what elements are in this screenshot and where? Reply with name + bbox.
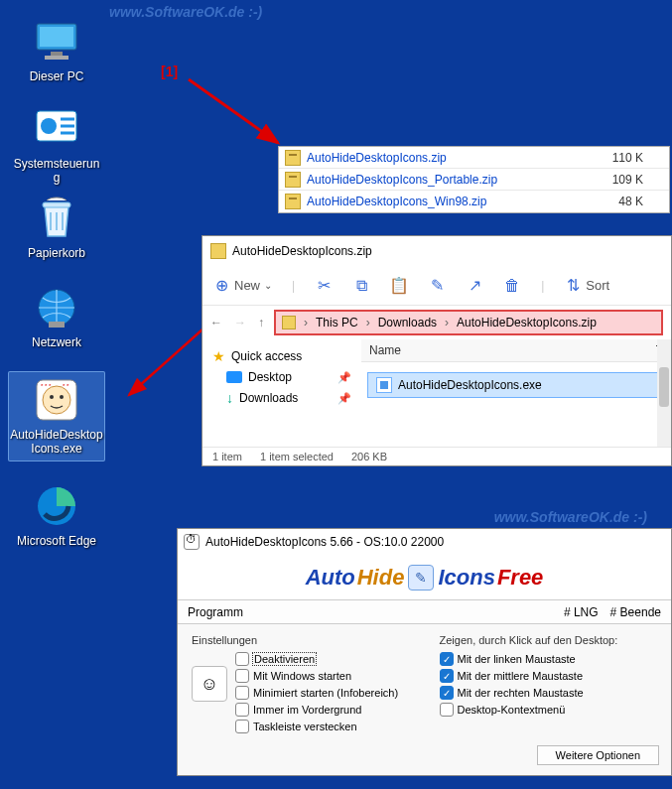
network-icon — [33, 284, 80, 331]
app-titlebar[interactable]: AutoHideDesktopIcons 5.66 - OS:10.0 2200… — [178, 529, 671, 555]
app-banner: AutoHide ✎ IconsFree — [178, 555, 671, 600]
icon-label: Microsoft Edge — [12, 534, 101, 548]
breadcrumb-segment[interactable]: This PC — [316, 316, 358, 329]
svg-rect-3 — [45, 56, 68, 60]
explorer-toolbar: ⊕New ⌄ | ✂ ⧉ 📋 ✎ ↗ 🗑 | ⇅Sort — [202, 266, 671, 306]
desktop-icon-this-pc[interactable]: Dieser PC — [12, 18, 101, 83]
desktop-icon-control-panel[interactable]: Systemsteuerung — [12, 105, 101, 186]
checkbox-icon — [440, 703, 454, 717]
app-menubar: Programm # LNG # Beende — [178, 600, 671, 624]
checkbox-icon — [440, 669, 454, 683]
sidebar-downloads[interactable]: ↓Downloads📌 — [212, 387, 351, 409]
scrollbar[interactable] — [657, 339, 671, 447]
checkbox-linke-maustaste[interactable]: Mit der linken Maustaste — [440, 652, 658, 666]
download-filename[interactable]: AutoHideDesktopIcons.zip — [307, 151, 612, 165]
icon-label: Systemsteuerung — [12, 157, 101, 186]
breadcrumb-segment[interactable]: AutoHideDesktopIcons.zip — [457, 316, 597, 329]
window-title: AutoHideDesktopIcons.zip — [232, 244, 372, 258]
pin-icon[interactable]: 📌 — [322, 371, 351, 384]
cut-icon[interactable]: ✂ — [315, 277, 333, 295]
checkbox-icon — [440, 652, 454, 666]
up-button[interactable]: ↑ — [258, 316, 264, 329]
desktop-icon-autohide-exe[interactable]: * * ** * AutoHideDesktopIcons.exe — [8, 371, 105, 461]
download-filename[interactable]: AutoHideDesktopIcons_Win98.zip — [307, 195, 618, 208]
download-row[interactable]: AutoHideDesktopIcons.zip 110 K — [279, 147, 669, 169]
checkbox-mit-windows-starten[interactable]: Mit Windows starten — [235, 669, 398, 683]
zip-icon — [285, 150, 301, 166]
edge-icon — [33, 482, 80, 530]
breadcrumb-segment[interactable]: Downloads — [378, 316, 437, 329]
svg-point-10 — [43, 386, 70, 414]
svg-point-12 — [60, 395, 64, 399]
checkbox-kontextmenu[interactable]: Desktop-Kontextmenü — [440, 703, 658, 717]
forward-button[interactable]: → — [234, 316, 246, 329]
download-row[interactable]: AutoHideDesktopIcons_Portable.zip 109 K — [279, 169, 669, 191]
checkbox-rechte-maustaste[interactable]: Mit der rechten Maustaste — [440, 686, 658, 700]
desktop-icon-network[interactable]: Netzwerk — [12, 284, 101, 349]
sort-button[interactable]: ⇅Sort — [564, 277, 609, 295]
icon-label: Netzwerk — [12, 335, 101, 349]
checkbox-minimiert-starten[interactable]: Minimiert starten (Infobereich) — [235, 686, 398, 700]
explorer-titlebar[interactable]: AutoHideDesktopIcons.zip — [202, 236, 671, 266]
svg-text:* *: * * — [63, 383, 69, 389]
pin-icon[interactable]: 📌 — [322, 392, 351, 405]
download-list: AutoHideDesktopIcons.zip 110 K AutoHideD… — [278, 146, 670, 213]
banner-text: Icons — [438, 565, 494, 591]
app-icon — [184, 534, 200, 550]
settings-group: Einstellungen ☺ Deaktivieren Mit Windows… — [192, 634, 410, 733]
status-bar: 1 item 1 item selected 206 KB — [202, 447, 671, 465]
download-row[interactable]: AutoHideDesktopIcons_Win98.zip 48 K — [279, 191, 669, 212]
checkbox-deaktivieren[interactable]: Deaktivieren — [235, 652, 398, 666]
autohide-app-window: AutoHideDesktopIcons 5.66 - OS:10.0 2200… — [177, 528, 672, 776]
download-filename[interactable]: AutoHideDesktopIcons_Portable.zip — [307, 173, 612, 187]
sort-icon: ⇅ — [564, 277, 582, 295]
checkbox-mittlere-maustaste[interactable]: Mit der mittlere Maustaste — [440, 669, 658, 683]
checkbox-icon — [235, 720, 249, 733]
explorer-content: Name T AutoHideDesktopIcons.exe — [361, 339, 671, 447]
checkbox-immer-vordergrund[interactable]: Immer im Vordergrund — [235, 703, 398, 717]
watermark-text: www.SoftwareOK.de :-) — [109, 4, 262, 20]
zip-icon — [282, 316, 296, 329]
breadcrumb-path[interactable]: › This PC › Downloads › AutoHideDesktopI… — [274, 310, 663, 335]
status-size: 206 KB — [351, 451, 387, 462]
svg-point-5 — [41, 118, 57, 134]
status-items: 1 item — [212, 451, 242, 462]
rename-icon[interactable]: ✎ — [428, 277, 446, 295]
column-header[interactable]: Name T — [361, 339, 671, 362]
desktop-icon — [226, 371, 242, 383]
checkbox-taskleiste-verstecken[interactable]: Taskleiste verstecken — [235, 720, 398, 733]
copy-icon[interactable]: ⧉ — [352, 277, 370, 295]
control-panel-icon — [33, 105, 80, 153]
desktop-icon-recycle-bin[interactable]: Papierkorb — [12, 195, 101, 260]
exe-icon — [376, 377, 392, 393]
new-button[interactable]: ⊕New ⌄ — [212, 277, 272, 295]
file-row-selected[interactable]: AutoHideDesktopIcons.exe — [367, 372, 665, 398]
menu-lng[interactable]: # LNG — [564, 605, 599, 619]
download-size: 48 K — [618, 195, 663, 208]
paste-icon[interactable]: 📋 — [390, 277, 408, 295]
star-icon: ★ — [212, 348, 225, 364]
checkbox-icon — [440, 686, 454, 700]
explorer-sidebar: ★Quick access Desktop📌 ↓Downloads📌 — [202, 339, 361, 447]
menu-beende[interactable]: # Beende — [610, 605, 661, 619]
weitere-optionen-button[interactable]: Weitere Optionen — [537, 745, 659, 765]
download-icon: ↓ — [226, 390, 233, 406]
menu-programm[interactable]: Programm — [188, 605, 243, 619]
sidebar-desktop[interactable]: Desktop📌 — [212, 367, 351, 387]
icon-label: Papierkorb — [12, 246, 101, 260]
share-icon[interactable]: ↗ — [466, 277, 483, 295]
svg-text:* * *: * * * — [41, 383, 52, 389]
back-button[interactable]: ← — [210, 316, 222, 329]
desktop-icon-edge[interactable]: Microsoft Edge — [12, 482, 101, 548]
chevron-down-icon: ⌄ — [264, 280, 272, 291]
svg-rect-1 — [40, 27, 73, 47]
sidebar-quick-access[interactable]: ★Quick access — [212, 345, 351, 367]
explorer-breadcrumb-bar: ← → ↑ › This PC › Downloads › AutoHideDe… — [202, 306, 671, 339]
plus-icon: ⊕ — [212, 277, 230, 295]
icon-label: Dieser PC — [12, 69, 101, 83]
app-exe-icon: * * ** * — [33, 376, 80, 424]
group-title: Zeigen, durch Klick auf den Desktop: — [440, 634, 658, 646]
svg-rect-6 — [43, 202, 70, 207]
banner-text: Hide — [357, 565, 405, 591]
delete-icon[interactable]: 🗑 — [503, 277, 521, 295]
